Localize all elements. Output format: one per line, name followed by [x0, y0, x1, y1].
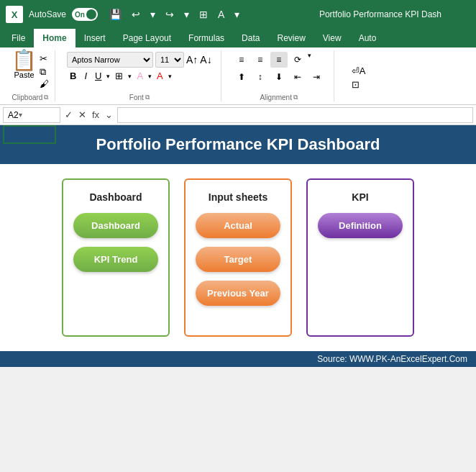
format-painter-button[interactable]: 🖌 — [40, 78, 49, 90]
formula-input[interactable] — [117, 107, 473, 123]
alignment-group: ≡ ≡ ≡ ⟳ ▾ ⬆ ↕ ⬇ ⇤ ⇥ Alignment ⧉ — [224, 50, 334, 101]
clipboard-group: 📋 Paste ✂ ⧉ 🖌 Clipboard ⧉ — [6, 50, 55, 101]
toolbar-icons: 💾 ↩ ▾ ↪ ▾ ⊞ A ▾ — [106, 7, 242, 22]
undo-dropdown-icon[interactable]: ▾ — [147, 7, 158, 22]
toggle-knob — [86, 9, 96, 19]
tab-page-layout[interactable]: Page Layout — [114, 29, 180, 47]
paste-button[interactable]: 📋 Paste — [12, 50, 37, 79]
tab-file[interactable]: File — [3, 29, 34, 47]
misc-group: ⏎A ⊡ — [337, 50, 380, 101]
align-middle-button[interactable]: ↕ — [252, 69, 269, 85]
formula-expand-icon[interactable]: ⌄ — [104, 109, 114, 120]
font-label: Font ⧉ — [129, 92, 150, 101]
clipboard-expand-icon[interactable]: ⧉ — [44, 94, 48, 101]
kpi-trend-btn[interactable]: KPI Trend — [73, 247, 158, 272]
dashboard-btn[interactable]: Dashboard — [73, 213, 158, 238]
font-row-2: B I U ▾ ⊞ ▾ A ▾ A ▾ — [67, 69, 212, 83]
dashboard-title: Portfolio Performance KPI Dashboard — [96, 135, 380, 153]
font-grow-icon[interactable]: A↑ — [186, 54, 198, 65]
paste-icon: 📋 — [12, 50, 37, 71]
align-left-button[interactable]: ≡ — [233, 52, 250, 68]
align-center-button[interactable]: ≡ — [252, 52, 269, 68]
name-box-arrow[interactable]: ▾ — [19, 111, 22, 119]
category-dashboard: Dashboard Dashboard KPI Trend — [62, 178, 170, 337]
clipboard-label-text: Clipboard — [12, 94, 43, 101]
align-controls: ≡ ≡ ≡ ⟳ ▾ ⬆ ↕ ⬇ ⇤ ⇥ — [230, 50, 328, 86]
tab-review[interactable]: Review — [268, 29, 313, 47]
grid-icon[interactable]: ⊞ — [196, 7, 211, 22]
title-bar: X AutoSave On 💾 ↩ ▾ ↪ ▾ ⊞ A ▾ Portfolio … — [0, 0, 476, 29]
tab-auto[interactable]: Auto — [350, 29, 385, 47]
formula-checkmark-icon[interactable]: ✓ — [63, 109, 74, 120]
category-kpi-title: KPI — [318, 191, 403, 203]
merge-cells-icon[interactable]: ⊡ — [352, 79, 366, 90]
font-name-select[interactable]: Aptos Narrow — [67, 52, 153, 68]
border-dropdown[interactable]: ▾ — [128, 73, 132, 80]
category-dashboard-title: Dashboard — [73, 191, 158, 203]
align-top-button[interactable]: ⬆ — [233, 69, 250, 85]
tab-data[interactable]: Data — [233, 29, 268, 47]
copy-button[interactable]: ⧉ — [40, 66, 49, 78]
text-rotate-dropdown[interactable]: ▾ — [308, 52, 311, 68]
formula-icons: ✓ ✕ fx ⌄ — [63, 109, 114, 120]
definition-btn[interactable]: Definition — [318, 213, 403, 238]
indent-decrease-button[interactable]: ⇤ — [289, 69, 306, 85]
font-controls: Aptos Narrow 11 A↑ A↓ B I U ▾ ⊞ ▾ A ▾ A … — [64, 50, 215, 84]
toggle-on-text: On — [75, 11, 85, 19]
redo-icon[interactable]: ↪ — [163, 7, 177, 22]
spreadsheet-wrapper: Portfolio Performance KPI Dashboard Dash… — [0, 125, 476, 367]
clipboard-area: 📋 Paste ✂ ⧉ 🖌 — [12, 50, 49, 90]
underline-dropdown[interactable]: ▾ — [106, 73, 110, 80]
name-box[interactable]: A2 ▾ — [3, 107, 60, 123]
italic-button[interactable]: I — [81, 69, 90, 83]
underline-button[interactable]: U — [92, 69, 104, 83]
font-shrink-icon[interactable]: A↓ — [200, 54, 211, 65]
redo-dropdown-icon[interactable]: ▾ — [181, 7, 192, 22]
actual-btn[interactable]: Actual — [196, 213, 280, 238]
fx-icon[interactable]: fx — [91, 109, 101, 120]
tab-home[interactable]: Home — [34, 29, 75, 47]
clipboard-small-icons: ✂ ⧉ 🖌 — [40, 50, 49, 90]
border-button[interactable]: ⊞ — [112, 69, 126, 83]
align-row-1: ≡ ≡ ≡ ⟳ ▾ — [233, 52, 325, 68]
color-icon[interactable]: A — [215, 7, 227, 22]
tab-formulas[interactable]: Formulas — [180, 29, 233, 47]
target-btn[interactable]: Target — [196, 247, 280, 272]
category-input-title: Input sheets — [196, 191, 280, 203]
indent-increase-button[interactable]: ⇥ — [308, 69, 325, 85]
font-expand-icon[interactable]: ⧉ — [145, 94, 150, 101]
font-row-1: Aptos Narrow 11 A↑ A↓ — [67, 52, 212, 68]
tab-view[interactable]: View — [314, 29, 350, 47]
wrap-text-icon[interactable]: ⏎A — [352, 65, 366, 76]
align-right-button[interactable]: ≡ — [270, 52, 288, 68]
font-size-select[interactable]: 11 — [155, 52, 184, 68]
category-input-sheets: Input sheets Actual Target Previous Year — [184, 178, 292, 337]
save-icon[interactable]: 💾 — [106, 7, 124, 22]
color-dropdown-icon[interactable]: ▾ — [232, 7, 242, 22]
source-text: Source: WWW.PK-AnExcelExpert.Com — [317, 354, 467, 364]
paste-label: Paste — [14, 71, 34, 79]
align-row-2: ⬆ ↕ ⬇ ⇤ ⇥ — [233, 69, 325, 85]
alignment-label: Alignment ⧉ — [260, 92, 297, 101]
fill-color-button[interactable]: A — [134, 69, 146, 83]
autosave-toggle[interactable]: On — [72, 8, 98, 21]
formula-cancel-icon[interactable]: ✕ — [77, 109, 88, 120]
tab-insert[interactable]: Insert — [75, 29, 114, 47]
align-bottom-button[interactable]: ⬇ — [270, 69, 288, 85]
cut-button[interactable]: ✂ — [40, 53, 49, 65]
window-title: Portfolio Performance KPI Dash — [319, 9, 441, 19]
bold-button[interactable]: B — [67, 69, 79, 83]
font-label-text: Font — [129, 94, 144, 101]
undo-icon[interactable]: ↩ — [129, 7, 143, 22]
font-color-dropdown[interactable]: ▾ — [168, 73, 172, 80]
formula-bar: A2 ▾ ✓ ✕ fx ⌄ — [0, 105, 476, 125]
text-rotate-button[interactable]: ⟳ — [289, 52, 306, 68]
dashboard-body: Dashboard Dashboard KPI Trend Input shee… — [0, 164, 476, 351]
alignment-expand-icon[interactable]: ⧉ — [293, 94, 298, 101]
font-color-button[interactable]: A — [154, 69, 166, 83]
clipboard-label: Clipboard ⧉ — [12, 92, 49, 101]
category-kpi: KPI Definition — [306, 178, 414, 337]
previous-year-btn[interactable]: Previous Year — [196, 281, 280, 306]
ribbon-tabs: File Home Insert Page Layout Formulas Da… — [0, 29, 476, 47]
fill-dropdown[interactable]: ▾ — [148, 73, 152, 80]
